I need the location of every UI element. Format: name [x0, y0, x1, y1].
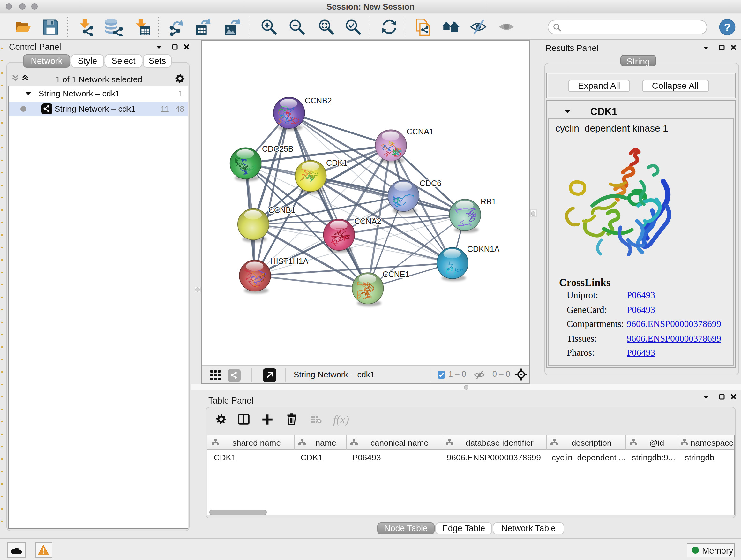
- svg-text:CCNA2: CCNA2: [354, 216, 381, 226]
- svg-text:CDC6: CDC6: [419, 179, 441, 187]
- svg-text:?: ?: [724, 21, 731, 33]
- svg-text:CDC25B: CDC25B: [262, 144, 293, 153]
- svg-text:RB1: RB1: [480, 197, 496, 206]
- svg-text:CDKN1A: CDKN1A: [467, 244, 499, 253]
- svg-text:CCNA1: CCNA1: [406, 127, 433, 136]
- svg-text:CCNB2: CCNB2: [305, 96, 332, 105]
- svg-text:HIST1H1A: HIST1H1A: [270, 256, 308, 265]
- svg-text:CDK1: CDK1: [326, 158, 347, 167]
- svg-text:CCNB1: CCNB1: [268, 205, 295, 214]
- svg-text:CCNE1: CCNE1: [382, 269, 409, 278]
